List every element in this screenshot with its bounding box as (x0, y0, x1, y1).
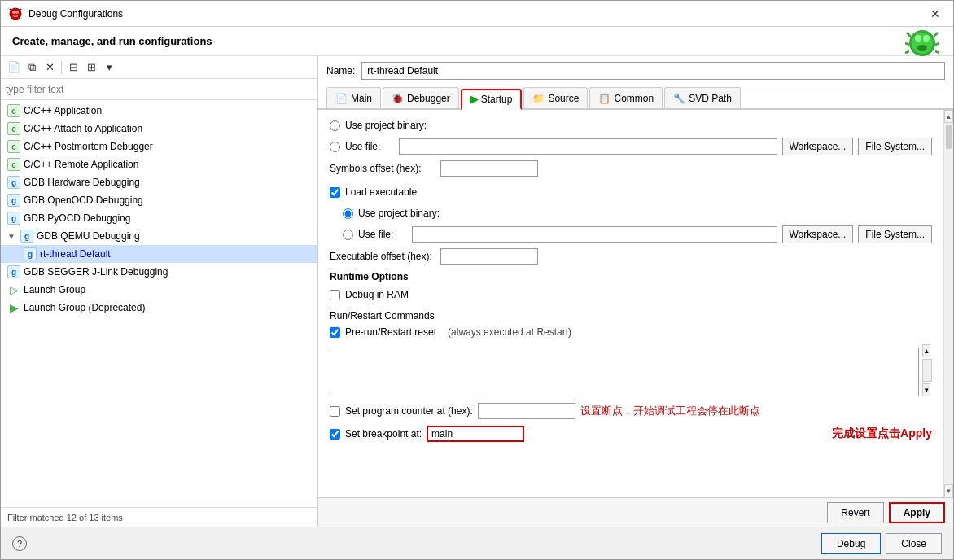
pre-run-row: Pre-run/Restart reset (always executed a… (330, 323, 932, 341)
executable-offset-input[interactable] (440, 248, 538, 265)
launch-deprecated-icon: ▶ (7, 301, 20, 314)
set-breakpoint-input[interactable] (427, 426, 524, 442)
window-subtitle: Create, manage, and run configurations (12, 35, 212, 47)
tab-startup[interactable]: ▶ Startup (461, 89, 523, 110)
delete-config-button[interactable]: ✕ (42, 59, 58, 76)
left-toolbar: 📄 ⧉ ✕ ⊟ ⊞ ▾ (1, 56, 317, 79)
use-file-input-2[interactable] (412, 226, 777, 243)
tree-item-cpp-postmortem[interactable]: c C/C++ Postmortem Debugger (1, 138, 317, 155)
footer-right-buttons: Debug Close (821, 533, 942, 554)
close-footer-button[interactable]: Close (886, 533, 942, 554)
debug-in-ram-label: Debug in RAM (345, 289, 409, 300)
svg-line-11 (934, 33, 938, 37)
tab-source[interactable]: 📁 Source (523, 87, 588, 108)
tree-item-gdb-hardware[interactable]: g GDB Hardware Debugging (1, 173, 317, 191)
name-row: Name: (318, 56, 953, 85)
debug-in-ram-checkbox[interactable] (330, 290, 340, 300)
set-pc-input[interactable] (478, 403, 575, 419)
tab-debugger-label: Debugger (407, 93, 450, 104)
gdb-segger-label: GDB SEGGER J-Link Debugging (24, 266, 168, 278)
tree-item-launch-deprecated[interactable]: ▶ Launch Group (Deprecated) (1, 299, 317, 317)
collapse-button[interactable]: ⊟ (65, 59, 81, 76)
launch-group-label: Launch Group (24, 284, 85, 295)
scroll-down-arrow[interactable]: ▼ (944, 484, 953, 497)
filter-status: Filter matched 12 of 13 items (1, 507, 317, 527)
gdb-hardware-label: GDB Hardware Debugging (24, 177, 140, 188)
scroll-thumb[interactable] (946, 125, 952, 149)
apply-button[interactable]: Apply (889, 502, 945, 523)
tree-item-cpp-app[interactable]: c C/C++ Application (1, 102, 317, 120)
set-breakpoint-section: Set breakpoint at: 完成设置点击Apply (330, 426, 932, 442)
tree-item-gdb-segger[interactable]: g GDB SEGGER J-Link Debugging (1, 263, 317, 281)
config-tree: c C/C++ Application c C/C++ Attach to Ap… (1, 100, 317, 507)
use-project-binary-label-1: Use project binary: (345, 120, 427, 131)
tree-item-launch-group[interactable]: ▷ Launch Group (1, 281, 317, 299)
symbols-offset-label: Symbols offset (hex): (330, 163, 435, 174)
filter-input[interactable] (1, 79, 317, 100)
set-breakpoint-label: Set breakpoint at: (345, 428, 422, 440)
use-file-radio-2[interactable] (343, 230, 353, 240)
textarea-scroll-down[interactable]: ▼ (922, 383, 930, 396)
use-file-row-1: Use file: Workspace... File System... (330, 138, 932, 155)
use-file-radio-1[interactable] (330, 142, 340, 152)
use-project-binary-radio-1[interactable] (330, 120, 340, 131)
scroll-up-arrow[interactable]: ▲ (944, 110, 953, 123)
footer-bar: ? Debug Close (1, 527, 953, 559)
tree-item-gdb-openocd[interactable]: g GDB OpenOCD Debugging (1, 191, 317, 209)
workspace-button-2[interactable]: Workspace... (782, 225, 854, 243)
revert-button[interactable]: Revert (827, 502, 883, 523)
set-breakpoint-row: Set breakpoint at: 完成设置点击Apply (330, 426, 932, 442)
tab-main[interactable]: 📄 Main (326, 87, 381, 108)
expand-button[interactable]: ⊞ (83, 59, 99, 76)
debug-icon (9, 7, 22, 20)
tab-debugger[interactable]: 🐞 Debugger (383, 87, 459, 108)
file-system-button-2[interactable]: File System... (858, 225, 932, 243)
workspace-button-1[interactable]: Workspace... (782, 138, 854, 155)
pre-run-checkbox[interactable] (330, 327, 340, 338)
svg-point-8 (923, 35, 930, 42)
runtime-options-section: Runtime Options Debug in RAM (330, 271, 932, 304)
set-pc-label: Set program counter at (hex): (345, 405, 473, 417)
tree-item-cpp-attach[interactable]: c C/C++ Attach to Application (1, 120, 317, 138)
tree-item-cpp-remote[interactable]: c C/C++ Remote Application (1, 155, 317, 173)
symbols-offset-input[interactable] (440, 160, 538, 177)
svg-point-1 (12, 11, 15, 14)
use-project-binary-label-2: Use project binary: (358, 208, 440, 219)
tab-common[interactable]: 📋 Common (589, 87, 663, 108)
config-name-input[interactable] (361, 62, 945, 80)
file-system-button-1[interactable]: File System... (858, 138, 932, 155)
debug-button[interactable]: Debug (821, 533, 881, 554)
tree-item-gdb-pyocd[interactable]: g GDB PyOCD Debugging (1, 209, 317, 227)
help-button[interactable]: ? (12, 536, 27, 551)
cpp-app-label: C/C++ Application (24, 105, 102, 116)
set-pc-checkbox[interactable] (330, 406, 340, 417)
load-executable-checkbox[interactable] (330, 187, 340, 198)
tree-item-gdb-qemu[interactable]: ▼ g GDB QEMU Debugging (1, 227, 317, 245)
rt-thread-label: rt-thread Default (40, 248, 111, 260)
always-text: (always executed at Restart) (448, 326, 571, 338)
new-config-button[interactable]: 📄 (6, 59, 22, 76)
textarea-scroll-up[interactable]: ▲ (922, 344, 930, 357)
close-footer-label: Close (901, 538, 926, 549)
startup-tab-content: Use project binary: Use file: Workspace.… (318, 110, 943, 497)
gdb-segger-icon: g (7, 265, 20, 278)
expand-qemu-arrow: ▼ (7, 232, 17, 241)
tab-source-label: Source (548, 93, 579, 104)
cpp-postmortem-icon: c (7, 140, 20, 153)
run-restart-textarea[interactable] (330, 348, 919, 396)
gdb-qemu-icon: g (20, 230, 33, 243)
set-breakpoint-checkbox[interactable] (330, 429, 340, 440)
debug-in-ram-row: Debug in RAM (330, 286, 932, 304)
dropdown-button[interactable]: ▾ (101, 59, 117, 76)
duplicate-config-button[interactable]: ⧉ (24, 59, 40, 76)
use-file-input-1[interactable] (399, 138, 777, 155)
tree-item-rt-thread[interactable]: g rt-thread Default (1, 245, 317, 263)
name-label: Name: (326, 65, 355, 77)
close-window-button[interactable]: ✕ (926, 6, 945, 22)
use-project-binary-radio-2[interactable] (343, 208, 353, 219)
tab-source-icon: 📁 (532, 93, 545, 104)
set-pc-section: Set program counter at (hex): 设置断点，开始调试工… (330, 403, 932, 419)
footer-left: ? (12, 536, 27, 551)
tab-svd-path[interactable]: 🔧 SVD Path (664, 87, 741, 108)
bottom-bar: Revert Apply (318, 497, 953, 527)
